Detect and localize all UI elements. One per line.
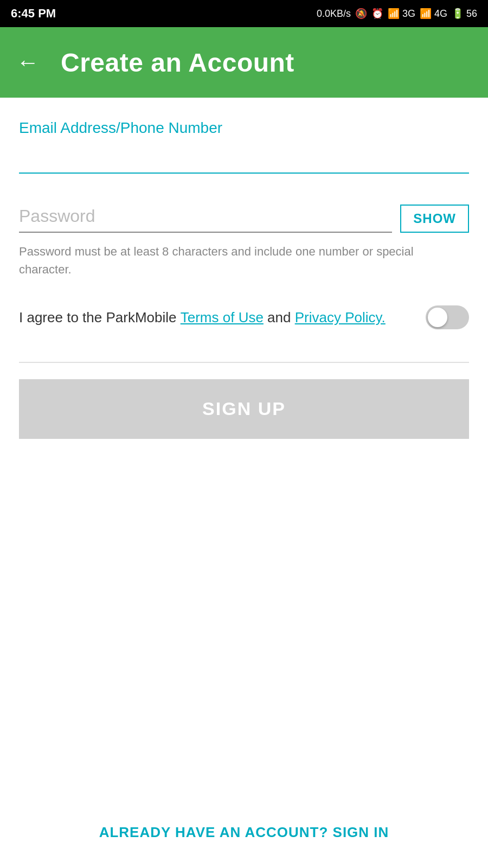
- divider: [19, 362, 469, 363]
- status-bar: 6:45 PM 0.0KB/s 🔕 ⏰ 📶 3G 📶 4G 🔋 56: [0, 0, 488, 27]
- email-field-group: Email Address/Phone Number: [19, 119, 469, 174]
- back-button[interactable]: ←: [16, 51, 39, 74]
- toggle-thumb: [428, 308, 447, 327]
- signup-button[interactable]: SIGN UP: [19, 379, 469, 439]
- password-field-group: SHOW Password must be at least 8 charact…: [19, 201, 469, 278]
- terms-text-prefix: I agree to the ParkMobile: [19, 309, 181, 326]
- signin-link-container: ALREADY HAVE AN ACCOUNT? SIGN IN: [0, 824, 488, 841]
- page-title: Create an Account: [61, 48, 294, 78]
- password-row: SHOW: [19, 201, 469, 233]
- email-label: Email Address/Phone Number: [19, 119, 469, 137]
- header: ← Create an Account: [0, 27, 488, 98]
- terms-row: I agree to the ParkMobile Terms of Use a…: [19, 305, 469, 329]
- terms-text: I agree to the ParkMobile Terms of Use a…: [19, 307, 415, 328]
- status-right: 0.0KB/s 🔕 ⏰ 📶 3G 📶 4G 🔋 56: [317, 8, 477, 20]
- terms-text-and: and: [264, 309, 295, 326]
- form-content: Email Address/Phone Number SHOW Password…: [0, 98, 488, 439]
- terms-of-use-link[interactable]: Terms of Use: [181, 309, 264, 326]
- password-input-wrap: [19, 201, 392, 233]
- status-time: 6:45 PM: [11, 7, 56, 21]
- signal-4g-icon: 📶 4G: [420, 8, 447, 20]
- signin-link[interactable]: ALREADY HAVE AN ACCOUNT? SIGN IN: [99, 824, 389, 840]
- password-hint: Password must be at least 8 characters a…: [19, 242, 469, 278]
- show-password-button[interactable]: SHOW: [400, 205, 469, 233]
- alarm-icon: ⏰: [371, 8, 383, 20]
- privacy-policy-link[interactable]: Privacy Policy.: [295, 309, 386, 326]
- signal-3g-icon: 📶 3G: [388, 8, 415, 20]
- network-speed: 0.0KB/s: [317, 8, 351, 20]
- password-input[interactable]: [19, 201, 392, 233]
- mute-icon: 🔕: [355, 8, 367, 20]
- toggle-track: [426, 305, 469, 329]
- battery-icon: 🔋 56: [452, 8, 477, 20]
- email-input[interactable]: [19, 143, 469, 174]
- terms-toggle[interactable]: [426, 305, 469, 329]
- signup-label: SIGN UP: [202, 398, 286, 419]
